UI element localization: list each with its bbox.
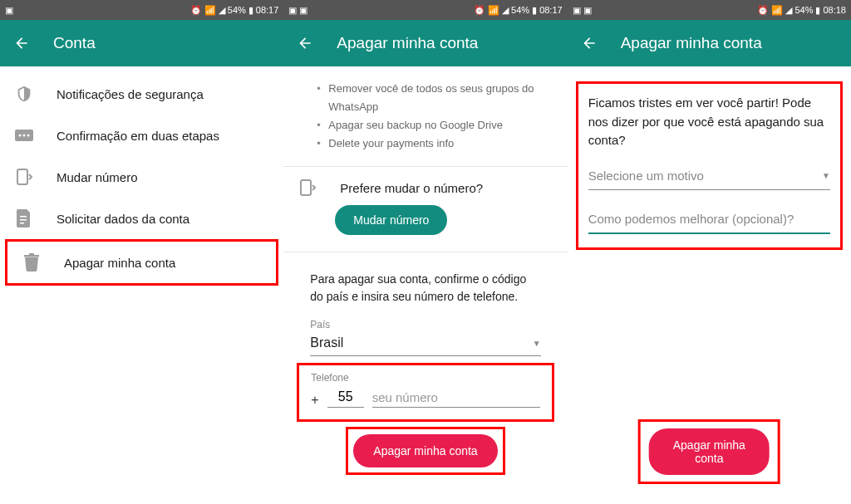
alarm-icon: ⏰ <box>474 5 485 16</box>
bullet-item: Apagar seu backup no Google Drive <box>317 116 534 135</box>
back-button[interactable] <box>13 35 30 51</box>
confirm-instructions: Para apagar sua conta, confirme o código… <box>283 252 567 314</box>
battery-percent: 54% <box>511 5 529 15</box>
dropdown-icon: ▼ <box>822 171 830 180</box>
change-number-button[interactable]: Mudar número <box>335 205 447 235</box>
status-icon-app: ▣ <box>5 5 13 16</box>
app-bar: Conta <box>0 20 283 66</box>
item-change-number[interactable]: Mudar número <box>0 156 283 198</box>
plus-sign: + <box>311 393 318 408</box>
pin-icon <box>15 126 33 144</box>
delete-content: Remover você de todos os seus grupos do … <box>283 66 567 504</box>
screen-delete-account: ▣ ▣ ⏰ 📶 ◢ 54% ▮ 08:17 Apagar minha conta… <box>283 0 567 504</box>
feedback-box: Ficamos tristes em ver você partir! Pode… <box>576 81 843 250</box>
prefer-change-row: Prefere mudar o número? <box>283 167 567 205</box>
svg-point-2 <box>23 135 26 137</box>
sad-message: Ficamos tristes em ver você partir! Pode… <box>588 94 830 150</box>
back-button[interactable] <box>297 35 313 51</box>
battery-icon: ▮ <box>248 5 253 16</box>
reason-placeholder: Selecione um motivo <box>588 169 704 183</box>
trash-icon <box>22 253 41 272</box>
battery-percent: 54% <box>228 5 246 15</box>
battery-icon: ▮ <box>532 5 537 16</box>
status-icon-app: ▣ ▣ <box>288 5 307 16</box>
wifi-icon: 📶 <box>488 5 499 16</box>
clock: 08:18 <box>823 5 846 15</box>
svg-rect-4 <box>17 169 27 184</box>
item-label: Solicitar dados da conta <box>57 212 189 226</box>
item-label: Apagar minha conta <box>64 256 175 270</box>
item-label: Notificações de segurança <box>57 87 204 101</box>
prefer-text: Prefere mudar o número? <box>340 181 483 195</box>
country-selector[interactable]: Brasil ▼ <box>310 332 540 356</box>
phone-number-input[interactable] <box>372 388 540 408</box>
signal-icon: ◢ <box>785 5 792 16</box>
shield-icon <box>15 85 33 103</box>
consequences-list: Remover você de todos os seus grupos do … <box>283 73 567 163</box>
sim-swap-icon <box>15 168 33 186</box>
svg-rect-7 <box>20 223 24 224</box>
item-security-notifications[interactable]: Notificações de segurança <box>0 73 283 115</box>
svg-rect-6 <box>20 219 27 221</box>
bullet-item: Remover você de todos os seus grupos do … <box>317 80 534 116</box>
screen-delete-reason: ▣ ▣ ⏰ 📶 ◢ 54% ▮ 08:18 Apagar minha conta… <box>568 0 851 504</box>
app-bar: Apagar minha conta <box>283 20 567 66</box>
battery-percent: 54% <box>794 5 813 15</box>
sim-swap-icon <box>298 179 317 197</box>
page-title: Conta <box>53 34 96 52</box>
status-bar: ▣ ⏰ 📶 ◢ 54% ▮ 08:17 <box>0 0 283 20</box>
item-request-data[interactable]: Solicitar dados da conta <box>0 198 283 239</box>
clock: 08:17 <box>539 5 563 15</box>
phone-label: Telefone <box>311 372 539 384</box>
item-two-step[interactable]: Confirmação em duas etapas <box>0 115 283 156</box>
document-icon <box>15 209 33 228</box>
svg-rect-8 <box>24 255 39 257</box>
status-bar: ▣ ▣ ⏰ 📶 ◢ 54% ▮ 08:17 <box>283 0 567 20</box>
status-bar: ▣ ▣ ⏰ 📶 ◢ 54% ▮ 08:18 <box>568 0 851 20</box>
dropdown-icon: ▼ <box>533 339 541 348</box>
country-code-input[interactable] <box>327 387 364 408</box>
phone-input-group: Telefone + <box>297 363 553 422</box>
country-label: País <box>283 314 567 332</box>
settings-list: Notificações de segurança Confirmação em… <box>0 66 283 504</box>
alarm-icon: ⏰ <box>757 5 769 16</box>
svg-rect-10 <box>301 180 311 195</box>
delete-account-button[interactable]: Apagar minha conta <box>353 434 497 467</box>
battery-icon: ▮ <box>815 5 820 16</box>
page-title: Apagar minha conta <box>337 34 478 52</box>
reason-dropdown[interactable]: Selecione um motivo ▼ <box>588 165 830 190</box>
delete-account-button[interactable]: Apagar minha conta <box>649 428 770 475</box>
app-bar: Apagar minha conta <box>568 20 851 66</box>
country-value: Brasil <box>310 335 343 350</box>
clock: 08:17 <box>256 5 279 15</box>
svg-rect-9 <box>29 253 34 255</box>
alarm-icon: ⏰ <box>190 5 202 16</box>
bullet-item: Delete your payments info <box>317 135 534 153</box>
svg-rect-5 <box>20 216 27 218</box>
item-label: Mudar número <box>57 170 138 184</box>
wifi-icon: 📶 <box>771 5 783 16</box>
wifi-icon: 📶 <box>204 5 216 16</box>
delete-button-highlight: Apagar minha conta <box>638 419 780 484</box>
signal-icon: ◢ <box>502 5 509 16</box>
improvement-input[interactable] <box>588 208 830 234</box>
item-label: Confirmação em duas etapas <box>57 129 219 143</box>
page-title: Apagar minha conta <box>621 34 762 52</box>
svg-point-1 <box>19 135 22 137</box>
signal-icon: ◢ <box>219 5 225 16</box>
delete-button-highlight: Apagar minha conta <box>346 427 504 475</box>
screen-account-settings: ▣ ⏰ 📶 ◢ 54% ▮ 08:17 Conta Notificações d… <box>0 0 283 504</box>
status-icon-app: ▣ ▣ <box>573 5 592 16</box>
back-button[interactable] <box>581 35 598 51</box>
item-delete-account[interactable]: Apagar minha conta <box>5 239 278 286</box>
svg-point-3 <box>27 135 30 137</box>
